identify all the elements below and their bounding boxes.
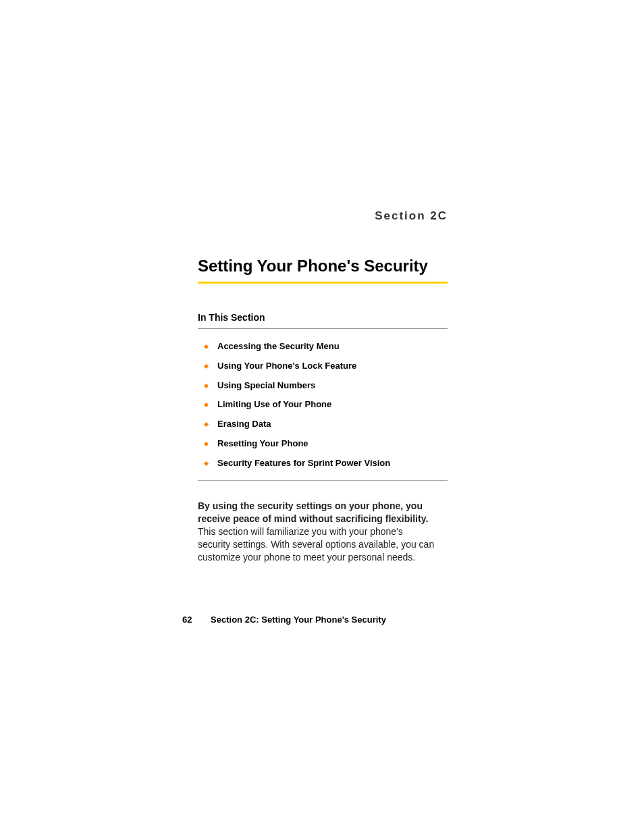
toc-text: Limiting Use of Your Phone [217,399,331,411]
toc-item: Erasing Data [205,419,448,430]
diamond-bullet-icon [204,461,209,466]
page-number: 62 [182,615,192,625]
diamond-bullet-icon [204,442,209,446]
diamond-bullet-icon [204,402,209,407]
toc-text: Using Special Numbers [217,380,315,392]
toc-item: Using Special Numbers [205,380,448,392]
chapter-title: Setting Your Phone's Security [198,257,448,282]
toc-item: Resetting Your Phone [205,438,448,450]
diamond-bullet-icon [204,344,209,349]
toc-item: Using Your Phone's Lock Feature [205,361,448,372]
toc-text: Resetting Your Phone [217,438,308,450]
toc-item: Security Features for Sprint Power Visio… [205,458,448,469]
toc-item: Accessing the Security Menu [205,341,448,353]
footer-text: Section 2C: Setting Your Phone's Securit… [211,615,386,625]
subsection-heading: In This Section [198,312,448,329]
body-paragraph: By using the security settings on your p… [198,500,437,563]
toc-text: Accessing the Security Menu [217,341,340,353]
toc-list: Accessing the Security Menu Using Your P… [198,341,448,469]
divider [198,480,448,481]
toc-text: Using Your Phone's Lock Feature [217,361,356,372]
toc-item: Limiting Use of Your Phone [205,399,448,411]
page-footer: 62 Section 2C: Setting Your Phone's Secu… [182,615,386,625]
page-content: Section 2C Setting Your Phone's Security… [198,209,448,563]
toc-text: Security Features for Sprint Power Visio… [217,458,390,469]
diamond-bullet-icon [204,384,209,388]
diamond-bullet-icon [204,364,209,369]
paragraph-lead: By using the security settings on your p… [198,500,428,524]
section-label: Section 2C [198,209,448,223]
paragraph-rest: This section will familiarize you with y… [198,526,434,563]
title-underline [198,282,448,284]
toc-text: Erasing Data [217,419,271,430]
diamond-bullet-icon [204,422,209,427]
